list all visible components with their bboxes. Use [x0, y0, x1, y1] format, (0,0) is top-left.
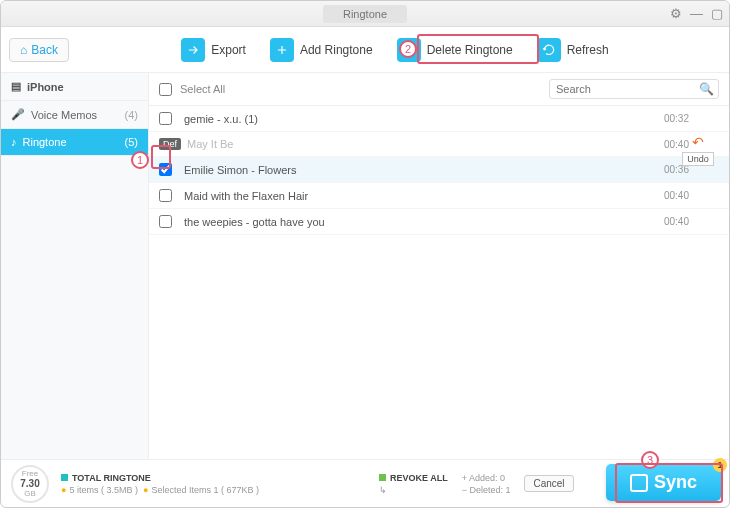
- back-button[interactable]: ⌂ Back: [9, 38, 69, 62]
- delete-label: Delete Ringtone: [427, 43, 513, 57]
- refresh-label: Refresh: [567, 43, 609, 57]
- add-ringtone-button[interactable]: Add Ringtone: [270, 38, 373, 62]
- row-checkbox[interactable]: [159, 215, 172, 228]
- sidebar-item-ringtone[interactable]: ♪ Ringtone (5): [1, 129, 148, 156]
- window-title: Ringtone: [323, 5, 407, 23]
- list-row[interactable]: Def May It Be 00:40 ↶ Undo: [149, 132, 729, 157]
- export-button[interactable]: Export: [181, 38, 246, 62]
- footer: Free 7.30 GB TOTAL RINGTONE ●5 items ( 3…: [1, 459, 729, 507]
- list-header: Select All 🔍: [149, 73, 729, 106]
- revoke-arrow-icon: ↳: [379, 485, 448, 495]
- sync-icon: [630, 474, 648, 492]
- mic-icon: 🎤: [11, 108, 25, 121]
- selected-line: Selected Items 1 ( 677KB ): [151, 485, 259, 495]
- free-unit: GB: [24, 489, 36, 498]
- window-controls: ⚙ — ▢: [670, 6, 723, 21]
- sidebar-device[interactable]: ▤ iPhone: [1, 73, 148, 101]
- delete-icon: [397, 38, 421, 62]
- search-input[interactable]: [549, 79, 719, 99]
- list-row[interactable]: Maid with the Flaxen Hair 00:40: [149, 183, 729, 209]
- main-panel: Select All 🔍 gemie - x.u. (1) 00:32 Def …: [149, 73, 729, 459]
- export-icon: [181, 38, 205, 62]
- sync-badge: 1: [713, 458, 727, 472]
- row-name: May It Be: [187, 138, 233, 150]
- ringtone-list: gemie - x.u. (1) 00:32 Def May It Be 00:…: [149, 106, 729, 459]
- delete-ringtone-button[interactable]: Delete Ringtone: [397, 38, 513, 62]
- sidebar-item-voice-memos[interactable]: 🎤 Voice Memos (4): [1, 101, 148, 129]
- home-icon: ⌂: [20, 43, 27, 57]
- close-icon[interactable]: ▢: [711, 6, 723, 21]
- settings-icon[interactable]: ⚙: [670, 6, 682, 21]
- minimize-icon[interactable]: —: [690, 6, 703, 21]
- added-label: Added: 0: [469, 473, 505, 483]
- list-row[interactable]: the weepies - gotta have you 00:40: [149, 209, 729, 235]
- row-checkbox[interactable]: [159, 189, 172, 202]
- row-duration: 00:40: [664, 216, 719, 227]
- free-label: Free: [22, 469, 38, 478]
- undo-label[interactable]: Undo: [682, 152, 714, 166]
- device-label: iPhone: [27, 81, 64, 93]
- undo-icon[interactable]: ↶: [692, 134, 704, 150]
- sidebar-item-count: (4): [125, 109, 138, 121]
- deleted-label: Deleted: 1: [469, 485, 510, 495]
- export-label: Export: [211, 43, 246, 57]
- titlebar: Ringtone ⚙ — ▢: [1, 1, 729, 27]
- toolbar: ⌂ Back Export Add Ringtone Delete Ringto…: [1, 27, 729, 73]
- row-name: the weepies - gotta have you: [184, 216, 325, 228]
- row-duration: 00:40: [664, 190, 719, 201]
- select-all-label: Select All: [180, 83, 225, 95]
- square-icon: [379, 474, 386, 481]
- refresh-button[interactable]: Refresh: [537, 38, 609, 62]
- free-space-indicator: Free 7.30 GB: [11, 465, 49, 503]
- revoke-title: REVOKE ALL: [390, 473, 448, 483]
- total-title: TOTAL RINGTONE: [72, 473, 151, 483]
- search-box: 🔍: [549, 79, 719, 99]
- back-label: Back: [31, 43, 58, 57]
- list-row[interactable]: gemie - x.u. (1) 00:32: [149, 106, 729, 132]
- row-checkbox[interactable]: [159, 112, 172, 125]
- sync-label: Sync: [654, 472, 697, 493]
- total-line: 5 items ( 3.5MB ): [69, 485, 138, 495]
- row-checkbox[interactable]: [159, 163, 172, 176]
- device-icon: ▤: [11, 80, 21, 93]
- sidebar: ▤ iPhone 🎤 Voice Memos (4) ♪ Ringtone (5…: [1, 73, 149, 459]
- sidebar-item-count: (5): [125, 136, 138, 148]
- search-icon[interactable]: 🔍: [699, 82, 714, 96]
- row-name: Emilie Simon - Flowers: [184, 164, 296, 176]
- row-duration: 00:32: [664, 113, 719, 124]
- undo-control: ↶ Undo: [673, 134, 723, 166]
- square-icon: [61, 474, 68, 481]
- free-value: 7.30: [20, 478, 39, 489]
- sidebar-item-label: Voice Memos: [31, 109, 97, 121]
- refresh-icon: [537, 38, 561, 62]
- list-row[interactable]: Emilie Simon - Flowers 00:36: [149, 157, 729, 183]
- revoke-section: REVOKE ALL ↳ + Added: 0 − Deleted: 1 Can…: [379, 473, 574, 495]
- total-stats: TOTAL RINGTONE ●5 items ( 3.5MB ) ●Selec…: [61, 473, 259, 495]
- add-icon: [270, 38, 294, 62]
- add-label: Add Ringtone: [300, 43, 373, 57]
- row-name: Maid with the Flaxen Hair: [184, 190, 308, 202]
- sidebar-item-label: Ringtone: [23, 136, 67, 148]
- row-name: gemie - x.u. (1): [184, 113, 258, 125]
- sync-button[interactable]: Sync 1: [606, 464, 721, 501]
- select-all-checkbox[interactable]: [159, 83, 172, 96]
- default-badge: Def: [159, 138, 181, 150]
- ringtone-icon: ♪: [11, 136, 17, 148]
- cancel-button[interactable]: Cancel: [524, 475, 573, 492]
